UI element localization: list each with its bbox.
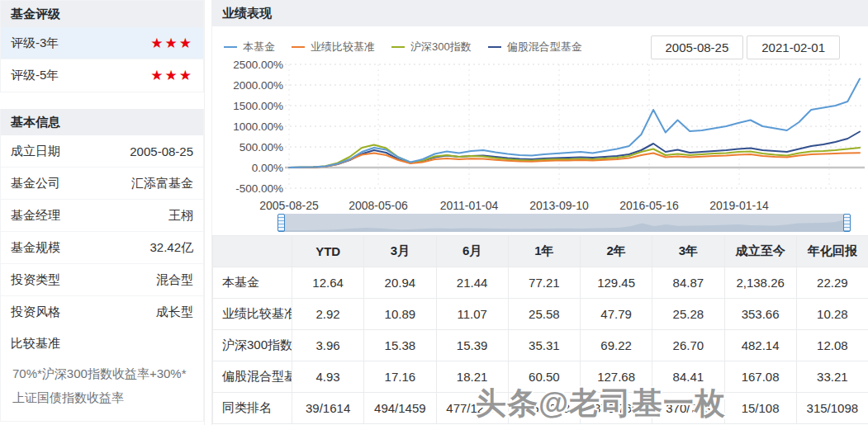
svg-text:2000.00%: 2000.00% (233, 79, 283, 92)
table-cell: 15/108 (724, 393, 796, 424)
info-label: 投资风格 (11, 305, 60, 320)
basic-info-rows: 成立日期2005-08-25基金公司汇添富基金基金经理王栩基金规模32.42亿投… (1, 135, 203, 328)
table-cell: 15.38 (364, 330, 436, 361)
svg-text:1000.00%: 1000.00% (233, 120, 283, 133)
performance-line-chart: 2500.00%2000.00%1500.00%1000.00%500.00%0… (212, 53, 868, 216)
fund-rating-section: 基金评级 评级-3年★★★评级-5年★★★ (0, 0, 204, 92)
info-value: 汇添富基金 (131, 176, 193, 191)
table-cell: 10.89 (364, 299, 436, 330)
table-row-label: 本基金 (213, 267, 292, 299)
svg-text:2500.00%: 2500.00% (233, 59, 283, 71)
table-cell: 4.93 (292, 361, 364, 393)
table-cell: 22.29 (796, 267, 868, 299)
table-cell: 35.31 (508, 330, 580, 361)
table-column-header: 1年 (508, 236, 580, 267)
svg-text:-500.00%: -500.00% (235, 182, 283, 195)
performance-header: 业绩表现 (212, 0, 868, 26)
sidebar-gap (0, 92, 204, 109)
table-cell: 33.21 (796, 361, 868, 393)
legend-dash-icon (292, 46, 305, 48)
rating-label: 评级-5年 (11, 68, 59, 83)
table-cell: 2,138.26 (724, 267, 796, 299)
info-row: 投资类型混合型 (1, 264, 203, 296)
table-row: 本基金12.6420.9421.4477.21129.4584.872,138.… (213, 267, 868, 299)
table-cell: 129.45 (581, 267, 652, 299)
datazoom-left-handle[interactable] (277, 214, 285, 232)
table-column-header: 成立至今 (724, 236, 796, 267)
info-label: 投资类型 (11, 272, 60, 288)
table-cell: 69.22 (581, 330, 652, 361)
info-row: 基金公司汇添富基金 (1, 168, 203, 200)
performance-panel: 业绩表现 本基金业绩比较基准沪深300指数偏股混合型基金 2005-08-25 … (211, 0, 868, 425)
legend-dash-icon (488, 46, 501, 48)
datazoom-right-handle[interactable] (843, 214, 851, 232)
info-label: 基金经理 (11, 208, 60, 224)
table-cell: 21.44 (436, 267, 508, 299)
fund-detail-page: 基金评级 评级-3年★★★评级-5年★★★ 基本信息 成立日期2005-08-2… (0, 0, 868, 425)
table-row-label: 业绩比较基准 (213, 299, 292, 330)
table-row-label: 沪深300指数 (213, 330, 292, 361)
fund-rating-header: 基金评级 (1, 1, 203, 27)
rating-stars: ★★★ (150, 35, 193, 52)
table-column-header: 2年 (581, 236, 652, 267)
info-value: 王栩 (168, 208, 193, 224)
datazoom-silhouette (282, 214, 847, 232)
rating-stars: ★★★ (150, 67, 193, 84)
svg-text:2011-01-04: 2011-01-04 (440, 199, 499, 212)
table-row: 业绩比较基准2.9210.8911.0725.5847.7925.28353.6… (213, 299, 868, 330)
svg-text:2019-01-14: 2019-01-14 (709, 199, 769, 212)
table-cell: 482.14 (724, 330, 796, 361)
table-row: 沪深300指数3.9615.3815.3935.3169.2226.70482.… (213, 330, 868, 361)
benchmark-label: 比较基准 (1, 328, 203, 358)
rating-row: 评级-5年★★★ (1, 59, 203, 92)
info-row: 基金规模32.42亿 (1, 232, 203, 264)
info-value: 32.42亿 (149, 240, 193, 256)
svg-text:500.00%: 500.00% (240, 141, 283, 153)
table-cell: 315/1098 (796, 393, 868, 424)
legend-dash-icon (391, 46, 405, 48)
table-column-header: 年化回报 (796, 236, 868, 267)
table-cell: 11.07 (436, 299, 508, 330)
table-cell: 26.70 (652, 330, 724, 361)
table-cell: 12.08 (796, 330, 868, 361)
svg-text:2013-09-10: 2013-09-10 (529, 199, 589, 212)
table-cell: 17.16 (364, 361, 436, 393)
table-column-header: YTD (292, 236, 364, 267)
table-cell: 84.87 (652, 267, 724, 299)
info-label: 成立日期 (11, 144, 60, 159)
info-value: 混合型 (156, 272, 193, 288)
table-cell: 25.58 (508, 299, 580, 330)
table-cell: 3.96 (292, 330, 364, 361)
table-header-row: YTD3月6月1年2年3年成立至今年化回报 (213, 236, 868, 267)
table-column-header (213, 236, 292, 267)
svg-text:2008-05-06: 2008-05-06 (349, 199, 408, 212)
info-value: 成长型 (156, 305, 193, 320)
info-label: 基金公司 (11, 176, 60, 191)
chart-datazoom-slider[interactable] (282, 214, 847, 232)
info-row: 投资风格成长型 (1, 296, 203, 328)
table-column-header: 3年 (652, 236, 724, 267)
sidebar-gap (0, 422, 204, 425)
basic-info-header: 基本信息 (1, 109, 203, 135)
table-cell: 39/1614 (292, 393, 364, 424)
table-cell: 15.39 (436, 330, 508, 361)
table-column-header: 6月 (436, 236, 508, 267)
info-row: 成立日期2005-08-25 (1, 135, 203, 168)
rating-label: 评级-3年 (11, 35, 59, 51)
rating-row: 评级-3年★★★ (1, 27, 203, 59)
fund-rating-rows: 评级-3年★★★评级-5年★★★ (1, 27, 203, 92)
table-cell: 12.64 (292, 267, 364, 299)
table-row-label: 同类排名 (213, 393, 292, 424)
table-row-label: 偏股混合型基金 (213, 361, 292, 393)
table-cell: 25.28 (652, 299, 724, 330)
table-cell: 10.28 (796, 299, 868, 330)
info-value: 2005-08-25 (130, 144, 193, 158)
svg-text:2005-08-25: 2005-08-25 (259, 199, 319, 212)
info-label: 基金规模 (11, 240, 60, 256)
info-row: 基金经理王栩 (1, 200, 203, 232)
table-cell: 20.94 (364, 267, 436, 299)
watermark: 头条@老司基一枚 (476, 383, 726, 424)
table-cell: 77.21 (508, 267, 580, 299)
table-cell: 167.08 (724, 361, 796, 393)
table-column-header: 3月 (364, 236, 436, 267)
